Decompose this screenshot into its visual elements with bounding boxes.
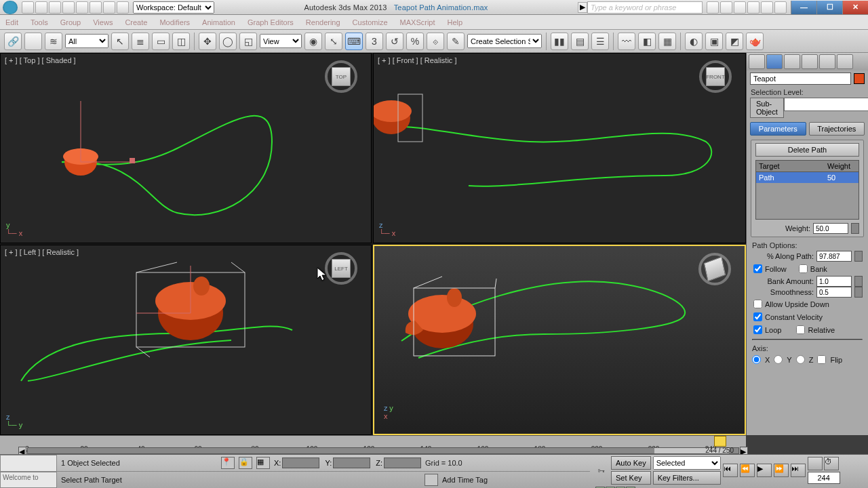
render-setup-icon[interactable]: ▣: [705, 33, 723, 50]
exchange-icon[interactable]: [734, 1, 746, 14]
loop-checkbox[interactable]: [753, 325, 762, 334]
isolate-icon[interactable]: ▦: [256, 457, 270, 469]
key-filters-button[interactable]: Key Filters...: [653, 471, 721, 485]
time-slider[interactable]: 020 4060 80100 120140 160180 200220 240 …: [0, 435, 746, 454]
percent-along-spinner[interactable]: 97.887: [816, 251, 852, 262]
modify-tab-icon[interactable]: [766, 54, 783, 69]
subscription-icon[interactable]: [720, 1, 732, 14]
axis-z-radio[interactable]: [796, 355, 805, 364]
window-crossing-icon[interactable]: ◫: [172, 33, 190, 50]
relative-checkbox[interactable]: [796, 325, 805, 334]
bind-icon[interactable]: ≋: [45, 33, 62, 50]
project-icon[interactable]: [117, 1, 129, 14]
spinner-snap-icon[interactable]: ⟐: [427, 33, 444, 50]
viewcube[interactable]: LEFT: [325, 252, 357, 285]
select-icon[interactable]: ↖: [111, 33, 129, 50]
percent-stepper[interactable]: [854, 251, 863, 262]
key-mode-toggle-icon[interactable]: [808, 457, 823, 470]
axis-y-radio[interactable]: [774, 355, 783, 364]
move-icon[interactable]: ✥: [199, 33, 216, 50]
motion-tab-icon[interactable]: [802, 54, 818, 69]
help-icon[interactable]: [761, 1, 773, 14]
weight-stepper[interactable]: [851, 223, 859, 234]
prev-frame-icon[interactable]: ⏪: [740, 464, 755, 477]
play-icon[interactable]: ▶: [757, 464, 772, 477]
close-button[interactable]: ✕: [842, 1, 868, 14]
percent-snap-icon[interactable]: %: [406, 33, 424, 50]
workspace-selector[interactable]: Workspace: Default: [133, 1, 214, 14]
key-mode-select[interactable]: Selected: [653, 456, 721, 470]
set-key-button[interactable]: Set Key: [611, 471, 651, 485]
viewport-left[interactable]: [ + ] [ Left ] [ Realistic ] LEFT z└─ y: [0, 245, 372, 435]
angle-snap-icon[interactable]: ↺: [386, 33, 403, 50]
region-rect-icon[interactable]: ▭: [152, 33, 170, 50]
lock-icon[interactable]: 🔒: [239, 457, 252, 469]
edit-selection-set-icon[interactable]: ✎: [447, 33, 465, 50]
undo-icon[interactable]: [62, 1, 75, 14]
display-tab-icon[interactable]: [819, 54, 835, 69]
viewport-top[interactable]: [ + ] [ Top ] [ Shaded ] TOP y└─ x: [0, 53, 372, 243]
viewport-perspective[interactable]: [ + ] [ Perspective ] [ Shaded ] z yx: [373, 245, 746, 435]
object-name-input[interactable]: [750, 73, 851, 85]
trajectories-button[interactable]: Trajectories: [809, 122, 865, 136]
selection-filter[interactable]: All: [65, 34, 108, 48]
parameters-button[interactable]: Parameters: [750, 122, 806, 136]
unlink-icon[interactable]: [24, 33, 42, 50]
time-slider-thumb[interactable]: [714, 436, 726, 447]
help-drop-icon[interactable]: [774, 1, 787, 14]
constant-velocity-checkbox[interactable]: [753, 312, 762, 321]
follow-checkbox[interactable]: [753, 264, 762, 273]
search-go-icon[interactable]: [707, 1, 719, 14]
select-name-icon[interactable]: ≣: [132, 33, 149, 50]
search-input[interactable]: Type a keyword or phrase: [587, 1, 703, 14]
z-coord-input[interactable]: [384, 458, 421, 468]
y-coord-input[interactable]: [333, 458, 370, 468]
undo-drop-icon[interactable]: [76, 1, 88, 14]
material-editor-icon[interactable]: ◐: [685, 33, 703, 50]
new-file-icon[interactable]: [22, 1, 34, 14]
sub-object-dropdown[interactable]: [784, 98, 868, 111]
hierarchy-tab-icon[interactable]: [784, 54, 800, 69]
object-color-chip[interactable]: [854, 73, 865, 84]
minimize-button[interactable]: —: [791, 1, 816, 14]
time-config-icon[interactable]: ⏱: [824, 457, 839, 470]
ref-coord-system[interactable]: View: [260, 34, 302, 48]
smooth-stepper[interactable]: [854, 287, 863, 298]
bank-checkbox[interactable]: [799, 264, 808, 273]
viewcube[interactable]: TOP: [325, 60, 357, 93]
maxscript-mini-listener[interactable]: [0, 455, 57, 472]
link-icon[interactable]: 🔗: [4, 33, 22, 50]
save-file-icon[interactable]: [49, 1, 61, 14]
upside-down-checkbox[interactable]: [753, 300, 762, 308]
dope-sheet-icon[interactable]: ▦: [658, 33, 676, 50]
current-frame-input[interactable]: [808, 472, 840, 484]
mirror-icon[interactable]: ▮▮: [551, 33, 568, 50]
redo-drop-icon[interactable]: [103, 1, 115, 14]
favorites-icon[interactable]: [747, 1, 760, 14]
rotate-icon[interactable]: ◯: [219, 33, 237, 50]
weight-spinner[interactable]: 50.0: [813, 223, 848, 234]
path-list[interactable]: TargetWeight Path50: [755, 160, 859, 220]
render-icon[interactable]: 🫖: [746, 33, 764, 50]
viewport-front[interactable]: [ + ] [ Front ] [ Realistic ] FRONT z└─ …: [373, 53, 746, 243]
arrow-right-icon[interactable]: ▶: [578, 2, 587, 13]
manipulate-icon[interactable]: ⤡: [325, 33, 342, 50]
named-selection-set[interactable]: Create Selection Se: [467, 34, 542, 48]
comm-center-icon[interactable]: [425, 474, 438, 486]
pivot-icon[interactable]: ◉: [304, 33, 322, 50]
align-icon[interactable]: ▤: [571, 33, 589, 50]
x-coord-input[interactable]: [282, 458, 319, 468]
layer-manager-icon[interactable]: ☰: [591, 33, 609, 50]
redo-icon[interactable]: [90, 1, 102, 14]
keyboard-shortcut-toggle[interactable]: ⌨: [345, 33, 363, 50]
flip-checkbox[interactable]: [817, 355, 826, 364]
auto-key-button[interactable]: Auto Key: [611, 456, 651, 470]
axis-x-radio[interactable]: [752, 355, 761, 364]
bank-amount-spinner[interactable]: 1.0: [816, 276, 852, 287]
bank-stepper[interactable]: [854, 276, 863, 287]
scale-icon[interactable]: ◱: [239, 33, 257, 50]
utilities-tab-icon[interactable]: [837, 54, 853, 69]
add-time-tag[interactable]: Add Time Tag: [442, 476, 488, 484]
delete-path-button[interactable]: Delete Path: [755, 143, 859, 157]
schematic-icon[interactable]: ◧: [638, 33, 656, 50]
